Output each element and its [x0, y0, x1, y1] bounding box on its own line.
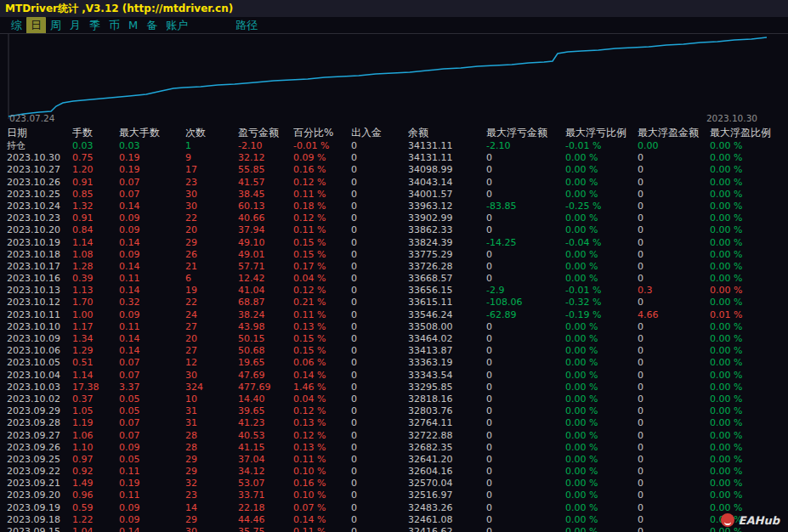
table-cell: 32461.08 [408, 514, 486, 526]
menu-item-summary[interactable]: 综 [7, 17, 26, 34]
table-cell: 1.49 [72, 478, 119, 490]
table-row[interactable]: 2023.09.261.100.092841.150.13 %032682.35… [0, 442, 788, 454]
menu-item-currency[interactable]: 币 [105, 17, 124, 34]
menu-item-monthly[interactable]: 月 [65, 17, 85, 34]
table-cell: 0 [351, 177, 408, 189]
table-row[interactable]: 2023.10.041.140.073047.690.14 %033343.54… [0, 370, 788, 382]
table-cell: 2023.10.27 [7, 164, 72, 176]
table-cell: 0.00 % [710, 152, 788, 164]
column-header-9[interactable]: 最大浮亏比例 [565, 126, 638, 140]
table-row[interactable]: 2023.09.281.190.073141.230.13 %032764.11… [0, 417, 788, 429]
app-window: MTDriver统计 ,V3.12 (http://mtdriver.cn) 综… [0, 0, 788, 532]
table-row[interactable]: 2023.10.061.290.142750.680.15 %033413.87… [0, 345, 788, 357]
table-row[interactable]: 2023.10.271.200.191755.850.16 %034098.99… [0, 164, 788, 176]
table-row[interactable]: 2023.10.300.750.19932.120.09 %034131.110… [0, 152, 788, 164]
table-row[interactable]: 2023.09.291.050.053139.650.12 %032803.76… [0, 405, 788, 417]
table-cell: 32682.35 [408, 442, 486, 454]
table-cell: 1.04 [72, 526, 119, 532]
table-row[interactable]: 2023.10.260.910.072341.570.12 %034043.14… [0, 177, 788, 189]
table-row[interactable]: 2023.10.101.170.112743.980.13 %033508.00… [0, 321, 788, 333]
table-row[interactable]: 2023.10.241.320.143060.130.18 %033963.12… [0, 201, 788, 212]
table-row[interactable]: 2023.09.190.590.091422.180.07 %032483.26… [0, 502, 788, 514]
table-cell: 12.42 [238, 273, 293, 285]
menu-item-note[interactable]: 备 [142, 17, 162, 34]
table-cell: 0 [638, 514, 710, 526]
column-header-0[interactable]: 日期 [7, 126, 72, 140]
table-cell: 2023.10.02 [7, 393, 72, 405]
table-cell: 0.00 % [710, 430, 788, 442]
menu-item-account[interactable]: 账户 [162, 17, 192, 34]
table-row[interactable]: 2023.10.181.080.092649.010.15 %033775.29… [0, 249, 788, 261]
column-header-8[interactable]: 最大浮亏金额 [486, 126, 565, 140]
table-cell: 0 [638, 152, 710, 164]
table-row[interactable]: 2023.10.050.510.071219.650.06 %033363.19… [0, 357, 788, 369]
table-cell: 0 [486, 478, 565, 490]
column-header-1[interactable]: 手数 [72, 126, 119, 140]
table-cell: 0 [351, 297, 408, 308]
column-header-5[interactable]: 百分比% [293, 126, 351, 140]
table-row[interactable]: 2023.10.020.370.051014.400.04 %032818.16… [0, 393, 788, 405]
table-row[interactable]: 2023.09.220.920.112934.120.10 %032604.16… [0, 466, 788, 478]
column-header-4[interactable]: 盈亏金额 [238, 126, 293, 140]
table-cell: 0.19 [119, 164, 185, 176]
table-row[interactable]: 2023.09.151.040.143035.750.11 %032416.62… [0, 526, 788, 532]
column-header-6[interactable]: 出入金 [351, 126, 408, 140]
table-row[interactable]: 2023.10.200.840.092037.940.11 %033862.33… [0, 224, 788, 236]
table-cell: 0.07 [119, 430, 185, 442]
table-row[interactable]: 持仓0.030.031-2.10-0.01 %034131.11-2.10-0.… [0, 140, 788, 152]
table-cell: 0.01 % [710, 309, 788, 321]
table-row[interactable]: 2023.10.091.340.142050.150.15 %033464.02… [0, 333, 788, 345]
table-row[interactable]: 2023.10.191.140.142949.100.15 %033824.39… [0, 237, 788, 249]
menu-item-weekly[interactable]: 周 [46, 17, 65, 34]
table-row[interactable]: 2023.10.230.910.092240.660.12 %033902.99… [0, 212, 788, 224]
table-row[interactable]: 2023.10.111.000.092438.240.11 %033546.24… [0, 309, 788, 321]
table-cell: 0 [638, 405, 710, 417]
table-cell: 0.00 % [710, 405, 788, 417]
table-cell: 1.10 [72, 442, 119, 454]
table-cell: 32 [185, 478, 238, 490]
table-row[interactable]: 2023.10.131.130.141941.040.12 %033656.15… [0, 285, 788, 297]
table-row[interactable]: 2023.09.250.970.052937.040.11 %032641.20… [0, 454, 788, 466]
table-cell: 22.18 [238, 502, 293, 514]
menu-item-m[interactable]: M [124, 18, 142, 32]
table-cell: 33343.54 [408, 370, 486, 382]
table-row[interactable]: 2023.09.181.220.092944.460.14 %032461.08… [0, 514, 788, 526]
table-cell: 0 [638, 345, 710, 357]
column-header-2[interactable]: 最大手数 [119, 126, 185, 140]
table-cell: 30 [185, 370, 238, 382]
table-cell: 0 [351, 333, 408, 345]
table-cell: 0.00 % [710, 189, 788, 201]
menu-item-quarterly[interactable]: 季 [85, 17, 105, 34]
table-cell: 0.00 % [565, 490, 638, 501]
menu-item-daily[interactable]: 日 [26, 17, 46, 34]
title-bar[interactable]: MTDriver统计 ,V3.12 (http://mtdriver.cn) [0, 0, 788, 17]
table-row[interactable]: 2023.09.200.960.112333.710.10 %032516.97… [0, 490, 788, 501]
table-row[interactable]: 2023.09.271.060.072840.530.12 %032722.88… [0, 430, 788, 442]
column-header-10[interactable]: 最大浮盈金额 [638, 126, 710, 140]
column-header-11[interactable]: 最大浮盈比例 [710, 126, 788, 140]
column-header-7[interactable]: 余额 [408, 126, 486, 140]
table-cell: 29 [185, 466, 238, 478]
table-cell: 34001.57 [408, 189, 486, 201]
table-cell: 0.18 % [293, 201, 351, 212]
table-row[interactable]: 2023.10.171.280.142157.710.17 %033726.28… [0, 261, 788, 273]
table-cell: 23 [185, 177, 238, 189]
table-cell: 50.68 [238, 345, 293, 357]
table-cell: 0 [486, 526, 565, 532]
window-title: MTDriver统计 ,V3.12 (http://mtdriver.cn) [5, 3, 233, 14]
table-cell: 28 [185, 442, 238, 454]
table-cell: 0.00 % [710, 261, 788, 273]
table-cell: 2023.10.18 [7, 249, 72, 261]
column-header-3[interactable]: 次数 [185, 126, 238, 140]
table-row[interactable]: 2023.10.121.700.322268.870.21 %033615.11… [0, 297, 788, 308]
table-row[interactable]: 2023.10.0317.383.37324477.691.46 %033295… [0, 382, 788, 393]
menu-item-path[interactable]: 路径 [231, 17, 262, 34]
table-cell: 0.21 % [293, 297, 351, 308]
table-cell: 0.92 [72, 466, 119, 478]
table-cell: 30 [185, 201, 238, 212]
table-cell: 32722.88 [408, 430, 486, 442]
table-row[interactable]: 2023.10.160.390.11612.420.04 %033668.570… [0, 273, 788, 285]
table-row[interactable]: 2023.10.250.850.073038.450.11 %034001.57… [0, 189, 788, 201]
table-row[interactable]: 2023.09.211.490.193253.070.16 %032570.04… [0, 478, 788, 490]
table-cell: 0 [486, 273, 565, 285]
